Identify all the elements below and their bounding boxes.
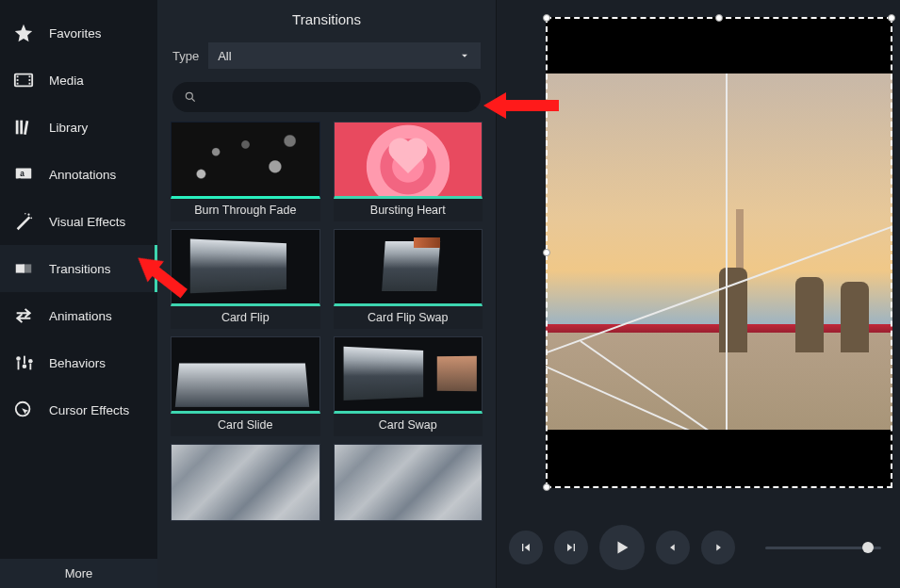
next-frame-button[interactable] — [554, 531, 588, 564]
svg-rect-4 — [29, 75, 31, 77]
svg-rect-22 — [29, 364, 31, 369]
svg-rect-5 — [29, 79, 31, 81]
wand-icon — [13, 211, 34, 232]
transition-card[interactable]: Card Flip Swap — [334, 229, 483, 329]
svg-rect-3 — [17, 83, 19, 85]
sidebar-item-label: Media — [49, 74, 84, 88]
annotation-icon: a — [13, 164, 34, 185]
search-field[interactable] — [172, 82, 481, 112]
type-label: Type — [172, 49, 199, 63]
cursor-icon — [13, 400, 34, 420]
sidebar-item-favorites[interactable]: Favorites — [0, 9, 157, 57]
transition-card[interactable] — [171, 444, 320, 521]
slider-knob[interactable] — [862, 542, 874, 553]
svg-rect-7 — [16, 121, 19, 135]
search-wrap — [157, 74, 496, 122]
letterbox — [546, 430, 892, 488]
sidebar-item-label: Behaviors — [49, 356, 106, 370]
transition-thumb — [334, 336, 483, 414]
preview-area — [497, 0, 900, 588]
sidebar-item-label: Favorites — [49, 26, 102, 41]
sidebar-item-label: Animations — [49, 309, 112, 323]
sidebar-item-behaviors[interactable]: Behaviors — [0, 339, 157, 386]
sidebar-item-visual-effects[interactable]: Visual Effects — [0, 198, 157, 245]
play-button[interactable] — [599, 525, 645, 570]
transition-label: Card Slide — [171, 414, 320, 436]
transition-card[interactable]: Burn Through Fade — [171, 122, 320, 221]
sidebar-item-library[interactable]: Library — [0, 104, 157, 151]
video-frame — [546, 74, 892, 432]
swap-icon — [13, 305, 34, 326]
transition-icon — [13, 258, 34, 279]
app-root: Favorites Media Library a Annotations Vi… — [0, 0, 900, 588]
transition-card[interactable]: Card Swap — [334, 336, 483, 436]
sidebar-item-annotations[interactable]: a Annotations — [0, 151, 157, 198]
transition-card[interactable]: Card Flip — [171, 229, 320, 329]
svg-rect-9 — [24, 121, 28, 135]
panel-title: Transitions — [157, 0, 496, 37]
svg-point-13 — [30, 217, 32, 219]
transition-label: Bursting Heart — [334, 199, 483, 221]
transition-card[interactable] — [334, 444, 483, 521]
svg-rect-18 — [18, 361, 20, 369]
transition-thumb — [334, 229, 483, 306]
sidebar-item-media[interactable]: Media — [0, 57, 157, 104]
zoom-slider[interactable] — [765, 547, 881, 549]
svg-rect-6 — [29, 83, 31, 85]
search-icon — [184, 90, 197, 104]
sidebar-item-transitions[interactable]: Transitions — [0, 245, 157, 292]
sidebar: Favorites Media Library a Annotations Vi… — [0, 0, 157, 588]
sidebar-item-cursor-effects[interactable]: Cursor Effects — [0, 386, 157, 433]
transition-label: Card Flip Swap — [334, 306, 483, 329]
sidebar-item-label: Transitions — [49, 262, 111, 276]
transition-thumb — [334, 444, 483, 521]
prev-marker-button[interactable] — [656, 531, 690, 564]
svg-rect-8 — [20, 121, 23, 135]
filmstrip-icon — [13, 70, 34, 90]
transition-thumb — [171, 229, 320, 306]
svg-rect-16 — [23, 264, 31, 272]
player-controls — [509, 524, 881, 571]
sidebar-item-label: Cursor Effects — [49, 403, 129, 417]
svg-point-12 — [27, 214, 29, 216]
svg-point-24 — [186, 92, 192, 99]
svg-point-14 — [25, 213, 25, 214]
svg-rect-2 — [17, 79, 19, 81]
chevron-down-icon — [458, 49, 471, 62]
transition-card[interactable]: Bursting Heart — [334, 122, 483, 221]
next-marker-button[interactable] — [701, 531, 735, 564]
transition-thumb — [334, 122, 483, 199]
svg-point-19 — [23, 364, 27, 368]
transitions-grid: Burn Through Fade Bursting Heart Card Fl… — [157, 122, 496, 588]
transition-thumb — [171, 336, 320, 414]
prev-frame-button[interactable] — [509, 531, 543, 564]
transition-label: Burn Through Fade — [171, 199, 320, 221]
svg-rect-20 — [24, 356, 25, 364]
type-dropdown[interactable]: All — [208, 42, 481, 69]
transition-card[interactable]: Card Slide — [171, 336, 320, 436]
sidebar-more-button[interactable]: More — [0, 559, 157, 588]
letterbox — [546, 17, 892, 75]
transition-label: Card Swap — [334, 414, 483, 436]
sidebar-item-animations[interactable]: Animations — [0, 292, 157, 339]
type-row: Type All — [157, 37, 496, 74]
svg-text:a: a — [20, 170, 25, 178]
transitions-panel: Transitions Type All Burn Through Fade B… — [157, 0, 497, 588]
sidebar-item-label: Library — [49, 121, 88, 135]
search-input[interactable] — [205, 90, 469, 105]
sidebar-item-label: Annotations — [49, 168, 116, 182]
canvas[interactable] — [546, 17, 892, 488]
transition-thumb — [171, 444, 320, 521]
star-icon — [13, 23, 34, 43]
library-icon — [13, 117, 34, 138]
sidebar-item-label: Visual Effects — [49, 215, 125, 229]
type-value: All — [218, 49, 231, 63]
transition-label: Card Flip — [171, 306, 320, 329]
sliders-icon — [13, 352, 34, 373]
svg-point-21 — [28, 359, 33, 364]
svg-rect-1 — [17, 75, 19, 77]
svg-point-17 — [16, 356, 21, 361]
transition-thumb — [171, 122, 320, 199]
